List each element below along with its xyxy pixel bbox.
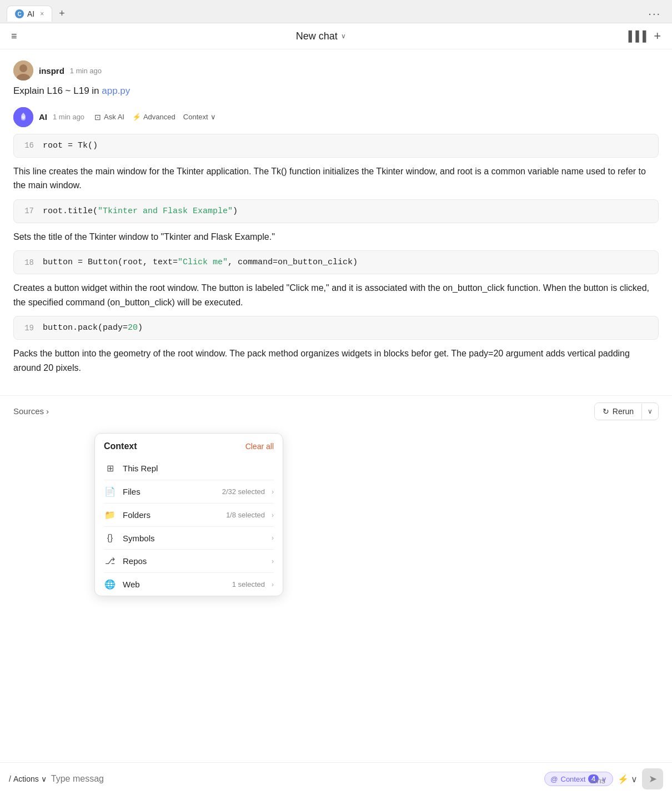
tab-close-button[interactable]: × <box>40 10 44 18</box>
code-text-18: button = Button(root, text="Click me", c… <box>43 258 358 267</box>
sources-bar: Sources › ↻ Rerun ∨ <box>0 395 672 427</box>
send-icon: ➤ <box>649 773 657 785</box>
code-block-17: 17 root.title("Tkinter and Flask Example… <box>13 199 659 223</box>
lightning-icon: ⚡ <box>618 774 629 784</box>
context-item-symbols[interactable]: {} Symbols › <box>95 527 283 549</box>
context-item-folders[interactable]: 📁 Folders 1/8 selected › <box>95 504 283 526</box>
lightning-chevron: ∨ <box>631 774 638 784</box>
web-arrow: › <box>272 581 274 588</box>
slash-icon: / <box>9 774 11 783</box>
prose-text-4: Packs the button into the geometry of th… <box>13 346 659 375</box>
ai-timestamp: 1 min ago <box>53 113 84 121</box>
repl-icon: ⊞ <box>104 463 116 474</box>
prose-text-2: Sets the title of the Tkinter window to … <box>13 230 659 244</box>
web-badge: 1 selected <box>232 580 265 588</box>
folders-icon: 📁 <box>104 510 116 520</box>
app-header: ≡ New chat ∨ ▐▐▐ + <box>0 23 672 49</box>
repl-label: This Repl <box>123 464 274 473</box>
context-item-repl[interactable]: ⊞ This Repl <box>95 457 283 480</box>
web-icon: 🌐 <box>104 579 116 590</box>
rerun-main-button[interactable]: ↻ Rerun <box>595 403 641 420</box>
ai-actions: ⊡ Ask AI ⚡ Advanced Context ∨ <box>94 113 216 122</box>
username: insprd <box>39 66 64 76</box>
ions-text: ions <box>590 776 605 785</box>
browser-chrome: C AI × + ··· <box>0 0 672 23</box>
context-dropdown-header: Context Clear all <box>95 434 283 457</box>
add-chat-button[interactable]: + <box>654 29 661 43</box>
actions-button[interactable]: / Actions ∨ <box>9 774 47 783</box>
context-label: Context <box>183 113 208 121</box>
browser-menu-button[interactable]: ··· <box>644 5 665 22</box>
context-item-files[interactable]: 📄 Files 2/32 selected › <box>95 480 283 503</box>
context-item-web[interactable]: 🌐 Web 1 selected › <box>95 573 283 596</box>
ai-meta: AI 1 min ago ⊡ Ask AI ⚡ Advanced Context… <box>13 107 659 127</box>
ask-ai-icon: ⊡ <box>94 113 101 122</box>
actions-label: Actions <box>13 774 39 783</box>
tab-bar: C AI × + ··· <box>0 0 672 23</box>
prose-text-3: Creates a button widget within the root … <box>13 281 659 309</box>
ai-tab[interactable]: C AI × <box>7 6 52 22</box>
user-timestamp: 1 min ago <box>70 67 102 75</box>
line-number-16: 16 <box>23 141 34 150</box>
context-dropdown: Context Clear all ⊞ This Repl 📄 Files 2/… <box>94 433 283 596</box>
svg-point-4 <box>21 116 26 120</box>
ask-ai-label: Ask AI <box>104 113 124 121</box>
sources-link[interactable]: Sources › <box>13 406 49 416</box>
files-arrow: › <box>272 488 274 496</box>
ai-avatar <box>13 107 33 127</box>
rerun-label: Rerun <box>613 407 634 416</box>
input-bar: / Actions ∨ ions @ Context 4 ∨ ⚡ ∨ ➤ <box>0 762 672 795</box>
header-right: ▐▐▐ + <box>625 29 661 43</box>
svg-point-1 <box>19 64 27 72</box>
context-dropdown-title: Context <box>104 441 137 451</box>
code-block-19: 19 button.pack(pady=20) <box>13 316 659 340</box>
bar-chart-icon[interactable]: ▐▐▐ <box>625 31 646 42</box>
code-block-18: 18 button = Button(root, text="Click me"… <box>13 250 659 274</box>
lightning-button[interactable]: ⚡ ∨ <box>618 774 638 784</box>
sources-label: Sources <box>13 406 44 416</box>
folders-label: Folders <box>123 510 219 520</box>
repos-icon: ⎇ <box>104 556 116 566</box>
line-number-18: 18 <box>23 258 34 267</box>
chat-title-text: New chat <box>296 31 338 42</box>
files-label: Files <box>123 487 215 496</box>
user-meta: insprd 1 min ago <box>13 61 659 80</box>
ai-label: AI <box>39 112 47 122</box>
context-item-repos[interactable]: ⎇ Repos › <box>95 550 283 572</box>
context-chevron: ∨ <box>210 113 216 121</box>
symbols-label: Symbols <box>123 534 258 543</box>
repos-arrow: › <box>272 557 274 565</box>
actions-chevron: ∨ <box>41 774 47 783</box>
files-badge: 2/32 selected <box>222 487 265 496</box>
rerun-icon: ↻ <box>603 407 609 416</box>
code-text-17: root.title("Tkinter and Flask Example") <box>43 207 238 216</box>
files-icon: 📄 <box>104 486 116 497</box>
context-button[interactable]: Context ∨ <box>183 113 216 121</box>
file-link[interactable]: app.py <box>102 85 130 96</box>
advanced-button[interactable]: ⚡ Advanced <box>132 113 175 121</box>
symbols-arrow: › <box>272 534 274 542</box>
lightning-icon: ⚡ <box>132 113 141 121</box>
send-button[interactable]: ➤ <box>642 768 663 789</box>
menu-button[interactable]: ≡ <box>11 31 17 42</box>
folders-badge: 1/8 selected <box>226 511 265 519</box>
input-right: ⚡ ∨ ➤ <box>618 768 663 789</box>
line-number-17: 17 <box>23 207 34 215</box>
new-tab-button[interactable]: + <box>54 4 69 23</box>
tab-label: AI <box>27 9 34 18</box>
chat-title-chevron[interactable]: ∨ <box>341 32 346 40</box>
message-input[interactable] <box>51 772 540 786</box>
rerun-chevron-button[interactable]: ∨ <box>641 404 658 419</box>
advanced-label: Advanced <box>143 113 175 121</box>
repos-label: Repos <box>123 556 258 566</box>
folders-arrow: › <box>272 511 274 519</box>
chat-title: New chat ∨ <box>296 31 346 42</box>
at-symbol: @ <box>550 775 558 783</box>
code-text-19: button.pack(pady=20) <box>43 323 143 333</box>
rerun-button: ↻ Rerun ∨ <box>594 402 659 420</box>
code-text-16: root = Tk() <box>43 141 98 150</box>
symbols-icon: {} <box>104 533 116 543</box>
clear-all-button[interactable]: Clear all <box>245 442 274 451</box>
ask-ai-button[interactable]: ⊡ Ask AI <box>94 113 124 122</box>
prose-text-1: This line creates the main window for th… <box>13 164 659 193</box>
